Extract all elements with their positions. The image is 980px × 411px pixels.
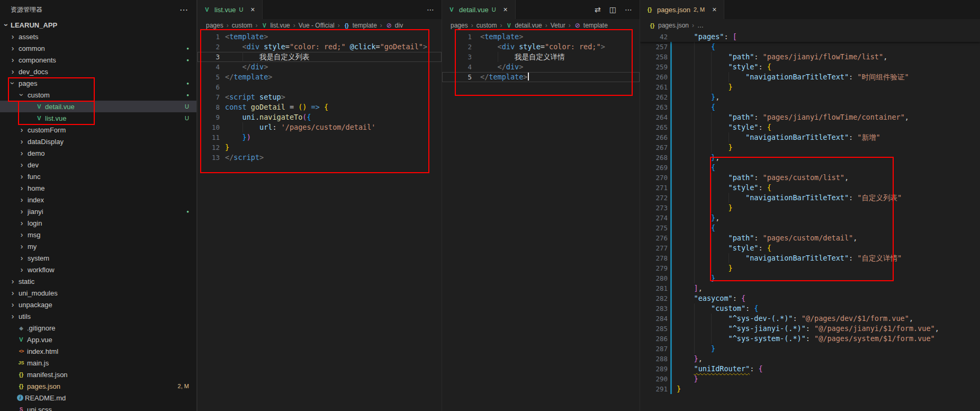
more-actions-icon[interactable]: ⋯ xyxy=(625,5,632,14)
breadcrumb-item[interactable]: {}pages.json xyxy=(649,22,689,29)
tree-folder-index[interactable]: ›index xyxy=(0,194,196,206)
tree-folder-uni-modules[interactable]: ›uni_modules xyxy=(0,287,196,299)
code-line[interactable]: 2<div style="color: red;"> xyxy=(442,42,640,52)
tab-detail-vue[interactable]: V detail.vue U × xyxy=(442,0,516,19)
tree-folder-login[interactable]: ›login xyxy=(0,217,196,229)
code-line[interactable]: 2<div style="color: red;" @click="goDeta… xyxy=(197,42,442,52)
code-line[interactable]: 289"uniIdRouter": { xyxy=(640,364,980,374)
tree-file-readme-md[interactable]: iREADME.md xyxy=(0,392,196,404)
code-line[interactable]: 270"path": "pages/custom/list", xyxy=(640,173,980,183)
code-line[interactable]: 257{ xyxy=(640,42,980,52)
code-line[interactable]: 260"navigationBarTitleText": "时间组件验证" xyxy=(640,72,980,82)
chevron-down-icon[interactable]: › xyxy=(17,91,26,99)
chevron-right-icon[interactable]: › xyxy=(17,195,26,204)
chevron-right-icon[interactable]: › xyxy=(8,277,17,285)
chevron-right-icon[interactable]: › xyxy=(17,160,26,169)
code-line[interactable]: 8const goDetail = () => { xyxy=(197,102,442,112)
code-line[interactable]: 287} xyxy=(640,344,980,354)
code-area[interactable]: 42"pages": [ 257{258"path": "pages/jiany… xyxy=(640,32,980,411)
code-line[interactable]: 273} xyxy=(640,203,980,213)
chevron-right-icon[interactable]: › xyxy=(17,219,26,227)
code-line[interactable]: 271"style": { xyxy=(640,183,980,193)
tree-file-main-js[interactable]: JSmain.js xyxy=(0,357,196,369)
breadcrumb-item[interactable]: custom xyxy=(232,22,253,29)
code-line[interactable]: 42"pages": [ xyxy=(640,32,980,42)
tree-file-gitignore[interactable]: ◆.gitignore xyxy=(0,322,196,334)
code-line[interactable]: 288}, xyxy=(640,354,980,364)
code-line[interactable]: 274}, xyxy=(640,213,980,223)
chevron-right-icon[interactable]: › xyxy=(17,149,26,157)
more-actions-icon[interactable]: ⋯ xyxy=(179,5,188,15)
code-line[interactable]: 11}) xyxy=(197,132,442,142)
code-line[interactable]: 1<template> xyxy=(197,32,442,42)
breadcrumb-item[interactable]: ⊘template xyxy=(574,22,608,29)
code-line[interactable]: 275{ xyxy=(640,223,980,233)
code-area[interactable]: 1<template>2<div style="color: red;" @cl… xyxy=(197,32,442,411)
code-line[interactable]: 280} xyxy=(640,273,980,283)
close-icon[interactable]: × xyxy=(501,5,510,14)
tree-file-pages-json[interactable]: {}pages.json2, M xyxy=(0,380,196,392)
tree-folder-pages[interactable]: ›pages● xyxy=(0,77,196,89)
open-changes-icon[interactable]: ⇄ xyxy=(595,5,601,14)
code-line[interactable]: 7<script setup> xyxy=(197,92,442,102)
tab-list-vue[interactable]: V list.vue U × xyxy=(197,0,263,19)
code-line[interactable]: 13</script> xyxy=(197,153,442,163)
tree-file-index-html[interactable]: <>index.html xyxy=(0,345,196,357)
breadcrumb-item[interactable]: ⊘div xyxy=(385,22,403,29)
tree-folder-workflow[interactable]: ›workflow xyxy=(0,264,196,275)
breadcrumb-item[interactable]: Vdetail.vue xyxy=(505,22,542,29)
code-line[interactable]: 4</div> xyxy=(197,62,442,72)
chevron-right-icon[interactable]: › xyxy=(8,32,17,41)
code-line[interactable]: 5</template> xyxy=(442,72,640,82)
code-line[interactable]: 1<template> xyxy=(442,32,640,42)
code-line[interactable]: 279} xyxy=(640,263,980,273)
breadcrumb-item[interactable]: pages xyxy=(206,22,223,29)
chevron-right-icon[interactable]: › xyxy=(17,265,26,274)
code-line[interactable]: 6 xyxy=(197,82,442,92)
code-line[interactable]: 267} xyxy=(640,142,980,153)
tree-folder-common[interactable]: ›common● xyxy=(0,42,196,54)
code-line[interactable]: 263{ xyxy=(640,102,980,112)
tree-folder-customform[interactable]: ›customForm xyxy=(0,124,196,136)
tree-file-uni-scss[interactable]: Suni.scss xyxy=(0,404,196,411)
chevron-right-icon[interactable]: › xyxy=(8,312,17,320)
code-line[interactable]: 264"path": "pages/jianyi/flowTime/contai… xyxy=(640,112,980,122)
code-line[interactable]: 265"style": { xyxy=(640,122,980,132)
chevron-right-icon[interactable]: › xyxy=(17,254,26,262)
code-line[interactable]: 3我是自定义详情 xyxy=(442,52,640,62)
code-line[interactable]: 268}, xyxy=(640,153,980,163)
code-line[interactable]: 5</template> xyxy=(197,72,442,82)
tree-folder-msg[interactable]: ›msg xyxy=(0,229,196,240)
tree-folder-assets[interactable]: ›assets xyxy=(0,31,196,42)
project-root-row[interactable]: › LEARUN_APP xyxy=(0,19,196,31)
code-line[interactable]: 10url: '/pages/custom/detail' xyxy=(197,122,442,132)
code-line[interactable]: 281], xyxy=(640,283,980,293)
chevron-right-icon[interactable]: › xyxy=(17,230,26,239)
breadcrumb-item[interactable]: Vetur xyxy=(551,22,565,29)
code-line[interactable]: 266"navigationBarTitleText": "新增" xyxy=(640,132,980,142)
code-line[interactable]: 282"easycom": { xyxy=(640,293,980,303)
chevron-down-icon[interactable]: › xyxy=(8,79,17,87)
tree-folder-demo[interactable]: ›demo xyxy=(0,147,196,159)
breadcrumb-item[interactable]: … xyxy=(697,22,704,29)
code-line[interactable]: 286"^sys-system-(.*)": "@/pages/system/$… xyxy=(640,334,980,344)
tree-folder-utils[interactable]: ›utils xyxy=(0,310,196,322)
tree-file-app-vue[interactable]: VApp.vue xyxy=(0,334,196,345)
code-line[interactable]: 290} xyxy=(640,374,980,384)
code-line[interactable]: 4</div> xyxy=(442,62,640,72)
code-line[interactable]: 285"^sys-jianyi-(.*)": "@/pages/jianyi/$… xyxy=(640,324,980,334)
code-line[interactable]: 269{ xyxy=(640,163,980,173)
tree-folder-dev-docs[interactable]: ›dev_docs xyxy=(0,66,196,77)
close-icon[interactable]: × xyxy=(248,5,257,14)
breadcrumb-item[interactable]: Vue - Official xyxy=(299,22,335,29)
code-line[interactable]: 258"path": "pages/jianyi/flowTime/list", xyxy=(640,52,980,62)
code-line[interactable]: 291} xyxy=(640,384,980,394)
code-line[interactable]: 284"^sys-dev-(.*)": "@/pages/dev/$1/form… xyxy=(640,314,980,324)
tree-folder-system[interactable]: ›system xyxy=(0,252,196,264)
chevron-right-icon[interactable]: › xyxy=(17,242,26,251)
chevron-right-icon[interactable]: › xyxy=(17,207,26,216)
tree-file-detail-vue[interactable]: Vdetail.vueU xyxy=(0,101,196,112)
tree-folder-dev[interactable]: ›dev xyxy=(0,159,196,171)
code-line[interactable]: 12} xyxy=(197,142,442,153)
code-line[interactable]: 278"navigationBarTitleText": "自定义详情" xyxy=(640,253,980,263)
